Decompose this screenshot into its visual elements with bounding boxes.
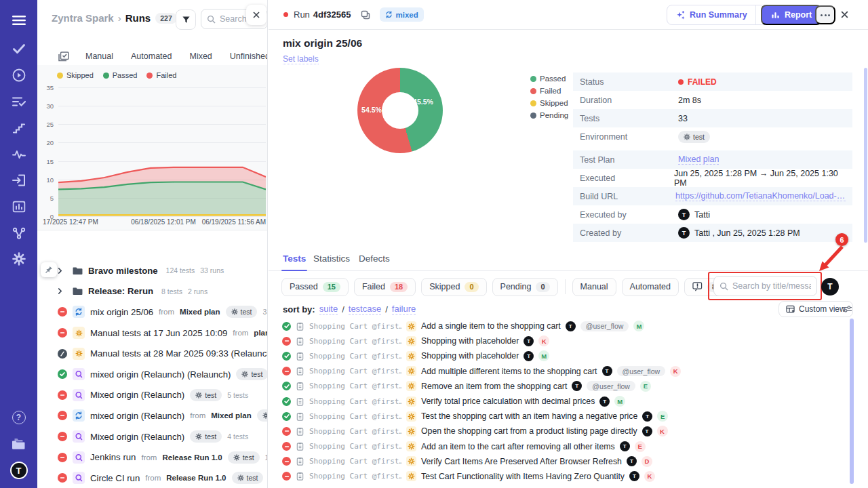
tab-manual[interactable]: Manual	[85, 52, 113, 61]
gear-icon	[262, 412, 268, 419]
test-tag[interactable]: @user_flow	[580, 321, 629, 331]
play-circle-icon[interactable]	[12, 68, 26, 82]
test-row[interactable]: Shopping Cart @first…Test Cart Functiona…	[282, 469, 852, 484]
legend-item[interactable]: Skipped	[57, 71, 94, 79]
page-scrollbar[interactable]	[864, 68, 867, 243]
test-row[interactable]: Shopping Cart @first…Add multiple differ…	[282, 364, 852, 379]
donut-legend-item[interactable]: Passed	[530, 75, 568, 83]
tab-defects[interactable]: Defects	[359, 253, 390, 264]
tab-unfinished[interactable]: Unfinished	[230, 52, 268, 61]
filter-pending[interactable]: Pending0	[492, 278, 558, 296]
test-title[interactable]: Add multiple different items to the shop…	[421, 367, 597, 376]
sort-by-suite[interactable]: suite	[319, 304, 338, 314]
donut-legend-item[interactable]: Pending	[530, 111, 568, 119]
environment-chip[interactable]: test	[678, 131, 710, 143]
legend-item[interactable]: Failed	[146, 71, 176, 79]
copy-icon[interactable]	[361, 10, 370, 20]
filter-button[interactable]	[176, 9, 196, 30]
tab-statistics[interactable]: Statistics	[313, 253, 350, 264]
more-actions-button[interactable]	[815, 5, 835, 24]
chevron-right-icon[interactable]	[58, 287, 67, 295]
manual-test-icon	[406, 351, 416, 361]
dashboard-icon[interactable]	[12, 201, 25, 213]
chevron-right-icon[interactable]	[58, 267, 67, 274]
run-row[interactable]: mixed origin (Relaunch)fromMixed plantes…	[37, 405, 268, 426]
detail-row-tests: Tests33	[573, 109, 852, 127]
tab-automated[interactable]: Automated	[131, 52, 172, 61]
run-folder-row[interactable]: Bravo milestone124 tests33 runs	[37, 260, 268, 281]
panel-close-button[interactable]	[246, 5, 267, 25]
detail-row-executed-by: Executed byTTatti	[573, 205, 852, 224]
sort-by-failure[interactable]: failure	[392, 304, 416, 314]
activity-icon[interactable]	[12, 150, 26, 159]
test-title[interactable]: Add a single item to the shopping cart	[421, 321, 561, 331]
assignee-avatar[interactable]: T	[821, 278, 839, 296]
detail-link[interactable]: https://github.com/TetianaKhomenko/Load-…	[675, 191, 846, 201]
test-title[interactable]: Shopping with placeholder	[421, 336, 519, 346]
test-title[interactable]: Verify Cart Items Are Preserved After Br…	[421, 457, 622, 466]
pin-tooltip[interactable]	[41, 262, 57, 277]
detail-link[interactable]: Mixed plan	[678, 155, 719, 165]
tests-search[interactable]	[713, 276, 817, 296]
test-row[interactable]: Shopping Cart @first…Remove an item from…	[282, 379, 852, 394]
run-row[interactable]: Jenkins runfromRelease Run 1.0test13 tes…	[37, 447, 268, 468]
run-row[interactable]: Mixed origin (Relaunch)test5 tests	[37, 385, 268, 406]
login-icon[interactable]	[12, 174, 26, 186]
close-run-icon[interactable]	[840, 10, 849, 19]
milestones-icon[interactable]	[12, 123, 25, 134]
test-row[interactable]: Shopping Cart @first…Open the shopping c…	[282, 424, 852, 439]
test-tag[interactable]: @user_flow	[587, 381, 635, 391]
settings-icon[interactable]	[12, 252, 26, 266]
filter-passed[interactable]: Passed15	[281, 278, 349, 296]
run-row[interactable]: Manual tests at 17 Jun 2025 10:09frompla…	[37, 323, 268, 344]
test-list-icon[interactable]	[12, 96, 26, 107]
run-row[interactable]: Mixed origin (Relaunch)test4 tests	[37, 426, 268, 447]
test-row[interactable]: Shopping Cart @first…Verify total price …	[282, 394, 852, 409]
tests-search-input[interactable]	[732, 281, 811, 291]
test-row[interactable]: Shopping Cart @first…Test the shopping c…	[282, 409, 852, 424]
user-avatar[interactable]: T	[10, 462, 28, 479]
test-title[interactable]: Verify total price calculation with deci…	[421, 396, 595, 406]
test-row[interactable]: Shopping Cart @first…Shopping with place…	[282, 333, 852, 348]
run-select-icon[interactable]	[58, 52, 69, 62]
help-icon[interactable]: ?	[12, 411, 26, 424]
projects-icon[interactable]	[12, 439, 26, 450]
filter-automated[interactable]: Automated	[622, 278, 679, 296]
run-row[interactable]: mixed origin (Relaunch) (Relaunch)test	[37, 364, 268, 385]
test-title[interactable]: Shopping with placeholder	[421, 351, 519, 361]
run-row[interactable]: Circle CI runfromRelease Run 1.0test13 t…	[37, 468, 268, 488]
test-title[interactable]: Add an item to the cart after removing a…	[421, 442, 615, 451]
set-labels-link[interactable]: Set labels	[283, 54, 319, 64]
test-title[interactable]: Test Cart Functionality with Items Havin…	[421, 472, 625, 481]
integrations-icon[interactable]	[12, 227, 25, 239]
test-title[interactable]: Open the shopping cart from a product li…	[421, 426, 637, 436]
test-tag[interactable]: @user_flow	[617, 366, 666, 376]
breadcrumb-app[interactable]: Zyntra Spark	[52, 12, 114, 24]
check-icon[interactable]	[12, 44, 25, 54]
sort-by-testcase[interactable]: testcase	[349, 304, 381, 314]
filter-manual[interactable]: Manual	[572, 278, 616, 296]
test-title[interactable]: Remove an item from the shopping cart	[421, 382, 567, 391]
tab-mixed[interactable]: Mixed	[189, 52, 212, 61]
filter-skipped[interactable]: Skipped0	[421, 278, 486, 296]
test-row[interactable]: Shopping Cart @first…Verify Cart Items A…	[282, 454, 852, 469]
report-button[interactable]: Report	[761, 5, 822, 25]
test-row[interactable]: Shopping Cart @first…Shopping with place…	[282, 348, 852, 363]
filter-failed[interactable]: Failed18	[354, 278, 416, 296]
column-settings-icon[interactable]	[842, 304, 852, 314]
test-row[interactable]: Shopping Cart @first…Add a single item t…	[282, 319, 852, 333]
tests-scrollbar[interactable]	[850, 319, 854, 484]
donut-legend-item[interactable]: Failed	[530, 87, 568, 95]
filter-label: Manual	[580, 282, 608, 291]
test-row[interactable]: Shopping Cart @first…Add an item to the …	[282, 439, 852, 454]
donut-legend-item[interactable]: Skipped	[530, 99, 568, 107]
test-title[interactable]: Test the shopping cart with an item havi…	[421, 411, 637, 421]
run-folder-row[interactable]: Release: Rerun8 tests2 runs	[37, 281, 268, 302]
run-row[interactable]: mix origin 25/06fromMixed plantest33 tes…	[37, 302, 268, 323]
run-row[interactable]: Manual tests at 28 Mar 2025 09:33 (Relau…	[37, 343, 268, 364]
tab-tests[interactable]: Tests	[283, 253, 306, 264]
menu-icon[interactable]	[12, 15, 26, 26]
status-failed-icon	[58, 411, 67, 420]
test-suite: Shopping Cart @first…	[309, 382, 401, 390]
legend-item[interactable]: Passed	[103, 71, 138, 79]
